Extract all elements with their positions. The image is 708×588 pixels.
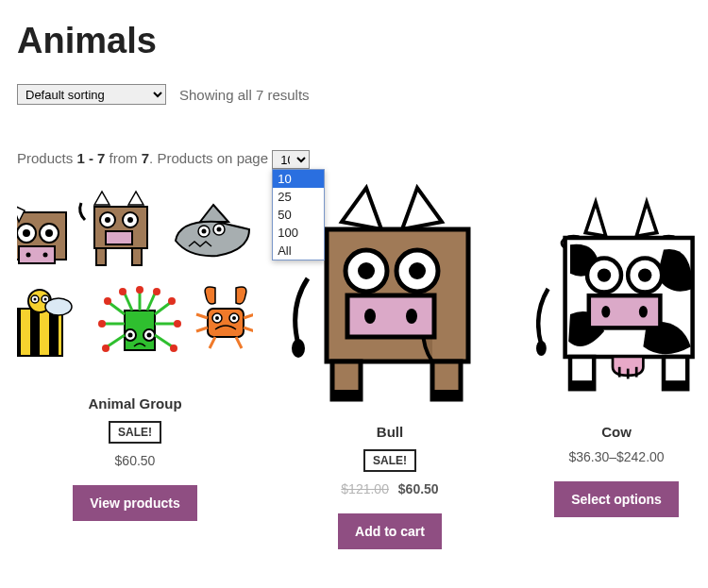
product-price-value: $60.50: [398, 481, 439, 496]
svg-marker-68: [342, 188, 381, 229]
svg-marker-9: [128, 192, 143, 205]
view-products-button[interactable]: View products: [73, 485, 196, 521]
svg-point-47: [174, 320, 181, 328]
svg-point-72: [358, 262, 375, 279]
pager-total: 7: [142, 150, 149, 166]
svg-marker-83: [585, 202, 606, 236]
svg-point-43: [102, 344, 110, 352]
svg-line-38: [110, 303, 125, 314]
svg-point-2: [23, 229, 30, 237]
pager-mid: from: [105, 150, 141, 166]
sort-select[interactable]: Default sorting: [17, 84, 166, 105]
svg-line-48: [155, 335, 172, 346]
svg-line-65: [210, 337, 215, 348]
per-page-option-10[interactable]: 10: [273, 170, 324, 188]
per-page-dropdown: 10 25 50 100 All: [272, 169, 325, 260]
svg-point-77: [406, 309, 417, 324]
svg-line-62: [196, 328, 208, 331]
svg-point-76: [364, 309, 376, 324]
pager-range: 1 - 7: [76, 150, 105, 166]
product-image[interactable]: [17, 184, 253, 382]
svg-point-67: [292, 339, 305, 358]
svg-point-51: [136, 286, 143, 294]
per-page-select[interactable]: 10: [272, 150, 310, 169]
svg-point-60: [232, 316, 236, 320]
svg-point-41: [98, 320, 106, 328]
svg-point-12: [105, 217, 110, 223]
svg-point-37: [147, 333, 152, 338]
sale-badge: SALE!: [363, 449, 416, 472]
svg-point-39: [104, 297, 111, 305]
svg-point-82: [536, 341, 547, 356]
svg-rect-24: [17, 309, 21, 356]
product-old-price: $121.00: [341, 481, 389, 496]
per-page-option-all[interactable]: All: [273, 242, 324, 260]
svg-rect-92: [589, 295, 661, 328]
svg-rect-99: [570, 380, 594, 391]
svg-marker-84: [636, 202, 657, 236]
svg-line-54: [147, 294, 155, 311]
product-card-animal-group: Animal Group SALE! $60.50 View products: [17, 184, 253, 521]
svg-rect-15: [106, 231, 132, 244]
svg-rect-101: [664, 380, 687, 391]
per-page-option-50[interactable]: 50: [273, 206, 324, 224]
results-count: Showing all 7 results: [179, 87, 310, 103]
svg-rect-81: [432, 390, 461, 401]
svg-point-94: [639, 306, 648, 318]
per-page-option-25[interactable]: 25: [273, 188, 324, 206]
product-price: $121.00 $60.50: [291, 481, 489, 496]
svg-rect-75: [347, 295, 434, 337]
svg-point-14: [127, 217, 133, 223]
page-title: Animals: [17, 21, 691, 61]
svg-marker-18: [200, 205, 228, 222]
select-options-button[interactable]: Select options: [554, 481, 679, 517]
svg-marker-69: [402, 188, 442, 229]
product-card-cow: Cow $36.30–$242.00 Select options: [527, 184, 706, 517]
svg-point-6: [26, 253, 31, 258]
product-title: Bull: [291, 424, 489, 440]
svg-line-61: [196, 314, 208, 318]
product-grid: Animal Group SALE! $60.50 View products: [17, 184, 691, 549]
svg-line-63: [244, 314, 253, 318]
per-page-wrap: 10 10 25 50 100 All: [272, 150, 310, 169]
sale-badge: SALE!: [109, 421, 161, 444]
svg-rect-79: [332, 390, 361, 401]
cow-icon: [536, 184, 706, 411]
pager-suffix: . Products on page: [149, 150, 272, 166]
svg-rect-17: [132, 248, 142, 265]
svg-point-45: [168, 297, 176, 305]
svg-point-22: [217, 227, 222, 232]
svg-point-53: [119, 288, 126, 295]
svg-rect-5: [19, 246, 55, 263]
svg-point-93: [601, 306, 610, 318]
svg-line-44: [155, 303, 170, 314]
svg-line-52: [125, 294, 132, 311]
svg-point-20: [202, 229, 207, 234]
svg-point-4: [45, 229, 53, 237]
products-info: Products 1 - 7 from 7. Products on page …: [17, 150, 691, 169]
svg-point-55: [153, 288, 160, 295]
product-price: $60.50: [17, 453, 253, 468]
sort-row: Default sorting Showing all 7 results: [17, 84, 691, 105]
pager-prefix: Products: [17, 150, 76, 166]
svg-point-29: [34, 298, 37, 301]
svg-point-49: [170, 344, 177, 352]
add-to-cart-button[interactable]: Add to cart: [338, 513, 442, 549]
svg-rect-25: [30, 309, 40, 356]
svg-point-89: [598, 268, 611, 281]
svg-line-66: [236, 337, 242, 348]
per-page-option-100[interactable]: 100: [273, 224, 324, 242]
svg-rect-16: [96, 248, 106, 265]
product-price: $36.30–$242.00: [527, 449, 706, 464]
product-title: Cow: [527, 424, 706, 440]
animal-group-icon: [17, 184, 253, 382]
svg-point-91: [638, 268, 651, 281]
svg-rect-56: [208, 309, 244, 337]
product-image[interactable]: [527, 184, 706, 411]
svg-point-74: [409, 262, 426, 279]
svg-point-35: [128, 333, 133, 338]
product-title: Animal Group: [17, 395, 253, 412]
svg-marker-8: [94, 192, 110, 205]
svg-point-31: [44, 298, 47, 301]
svg-point-7: [43, 253, 48, 258]
